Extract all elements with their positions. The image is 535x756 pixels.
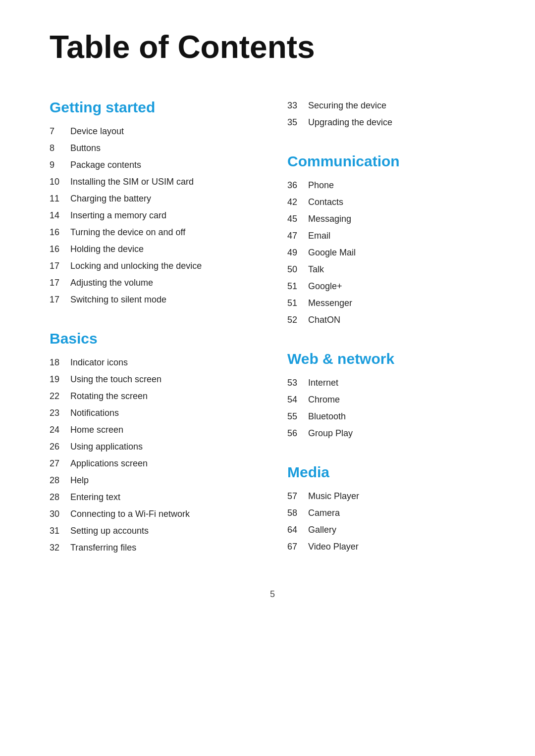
list-item: 8 Buttons bbox=[50, 142, 258, 155]
toc-number: 42 bbox=[287, 196, 308, 209]
list-item: 56 Group Play bbox=[287, 427, 495, 440]
toc-number: 28 bbox=[50, 474, 70, 487]
toc-number: 16 bbox=[50, 226, 70, 239]
toc-text: Google Mail bbox=[308, 246, 356, 259]
list-item: 51 Messenger bbox=[287, 297, 495, 310]
toc-number: 30 bbox=[50, 507, 70, 521]
section-heading-communication: Communication bbox=[287, 153, 495, 170]
list-item: 49 Google Mail bbox=[287, 246, 495, 259]
toc-text: Holding the device bbox=[70, 243, 144, 256]
toc-columns: Getting started 7 Device layout 8 Button… bbox=[50, 99, 495, 559]
list-item: 55 Bluetooth bbox=[287, 410, 495, 423]
list-item: 10 Installing the SIM or USIM card bbox=[50, 175, 258, 189]
page-title: Table of Contents bbox=[50, 30, 495, 64]
list-item: 27 Applications screen bbox=[50, 457, 258, 470]
list-item: 50 Talk bbox=[287, 263, 495, 276]
toc-number: 55 bbox=[287, 410, 308, 423]
toc-number: 28 bbox=[50, 491, 70, 504]
list-item: 51 Google+ bbox=[287, 280, 495, 293]
list-item: 58 Camera bbox=[287, 506, 495, 520]
toc-number: 19 bbox=[50, 373, 70, 386]
list-item: 32 Transferring files bbox=[50, 541, 258, 554]
list-item: 35 Upgrading the device bbox=[287, 116, 495, 129]
toc-text: Email bbox=[308, 229, 330, 243]
toc-text: Adjusting the volume bbox=[70, 276, 153, 290]
list-item: 16 Holding the device bbox=[50, 243, 258, 256]
toc-number: 54 bbox=[287, 393, 308, 406]
toc-text: Video Player bbox=[308, 540, 359, 554]
list-item: 31 Setting up accounts bbox=[50, 524, 258, 538]
toc-text: Installing the SIM or USIM card bbox=[70, 175, 194, 189]
toc-text: Help bbox=[70, 474, 89, 487]
toc-number: 35 bbox=[287, 116, 308, 129]
toc-number: 51 bbox=[287, 297, 308, 310]
toc-number: 22 bbox=[50, 390, 70, 403]
list-item: 30 Connecting to a Wi-Fi network bbox=[50, 507, 258, 521]
toc-list-basics: 18 Indicator icons 19 Using the touch sc… bbox=[50, 356, 258, 554]
toc-text: Gallery bbox=[308, 523, 336, 537]
footer-page-number: 5 bbox=[50, 589, 495, 600]
toc-text: Group Play bbox=[308, 427, 353, 440]
list-item: 11 Charging the battery bbox=[50, 192, 258, 205]
toc-number: 47 bbox=[287, 229, 308, 243]
toc-number: 24 bbox=[50, 423, 70, 437]
list-item: 47 Email bbox=[287, 229, 495, 243]
list-item: 16 Turning the device on and off bbox=[50, 226, 258, 239]
toc-text: Music Player bbox=[308, 490, 359, 503]
list-item: 28 Entering text bbox=[50, 491, 258, 504]
list-item: 18 Indicator icons bbox=[50, 356, 258, 369]
toc-text: Applications screen bbox=[70, 457, 148, 470]
toc-text: Indicator icons bbox=[70, 356, 128, 369]
toc-text: Notifications bbox=[70, 406, 119, 420]
toc-list-getting-started-cont: 33 Securing the device 35 Upgrading the … bbox=[287, 99, 495, 129]
toc-text: Messaging bbox=[308, 212, 351, 226]
list-item: 57 Music Player bbox=[287, 490, 495, 503]
toc-text: Google+ bbox=[308, 280, 342, 293]
toc-text: Transferring files bbox=[70, 541, 136, 554]
toc-number: 16 bbox=[50, 243, 70, 256]
list-item: 45 Messaging bbox=[287, 212, 495, 226]
list-item: 17 Locking and unlocking the device bbox=[50, 259, 258, 273]
list-item: 54 Chrome bbox=[287, 393, 495, 406]
toc-number: 36 bbox=[287, 179, 308, 192]
toc-text: Talk bbox=[308, 263, 324, 276]
list-item: 33 Securing the device bbox=[287, 99, 495, 112]
list-item: 26 Using applications bbox=[50, 440, 258, 454]
section-heading-web-network: Web & network bbox=[287, 351, 495, 367]
toc-text: Device layout bbox=[70, 125, 124, 138]
toc-text: Buttons bbox=[70, 142, 101, 155]
toc-text: Phone bbox=[308, 179, 334, 192]
list-item: 24 Home screen bbox=[50, 423, 258, 437]
toc-number: 14 bbox=[50, 209, 70, 222]
toc-text: Securing the device bbox=[308, 99, 386, 112]
toc-number: 8 bbox=[50, 142, 70, 155]
toc-list-web-network: 53 Internet 54 Chrome 55 Bluetooth 56 Gr… bbox=[287, 376, 495, 440]
toc-number: 45 bbox=[287, 212, 308, 226]
toc-number: 17 bbox=[50, 293, 70, 306]
list-item: 17 Adjusting the volume bbox=[50, 276, 258, 290]
toc-number: 50 bbox=[287, 263, 308, 276]
toc-number: 23 bbox=[50, 406, 70, 420]
toc-text: Entering text bbox=[70, 491, 120, 504]
toc-text: Bluetooth bbox=[308, 410, 346, 423]
toc-number: 51 bbox=[287, 280, 308, 293]
toc-text: Switching to silent mode bbox=[70, 293, 166, 306]
list-item: 36 Phone bbox=[287, 179, 495, 192]
toc-number: 18 bbox=[50, 356, 70, 369]
toc-number: 64 bbox=[287, 523, 308, 537]
toc-text: Internet bbox=[308, 376, 338, 390]
toc-number: 27 bbox=[50, 457, 70, 470]
right-column: 33 Securing the device 35 Upgrading the … bbox=[287, 99, 495, 559]
list-item: 42 Contacts bbox=[287, 196, 495, 209]
left-column: Getting started 7 Device layout 8 Button… bbox=[50, 99, 258, 559]
toc-text: Locking and unlocking the device bbox=[70, 259, 202, 273]
toc-text: Home screen bbox=[70, 423, 123, 437]
toc-number: 31 bbox=[50, 524, 70, 538]
toc-text: Turning the device on and off bbox=[70, 226, 185, 239]
toc-text: Setting up accounts bbox=[70, 524, 149, 538]
list-item: 9 Package contents bbox=[50, 158, 258, 172]
toc-text: Messenger bbox=[308, 297, 352, 310]
list-item: 52 ChatON bbox=[287, 313, 495, 327]
toc-text: Camera bbox=[308, 506, 340, 520]
list-item: 19 Using the touch screen bbox=[50, 373, 258, 386]
